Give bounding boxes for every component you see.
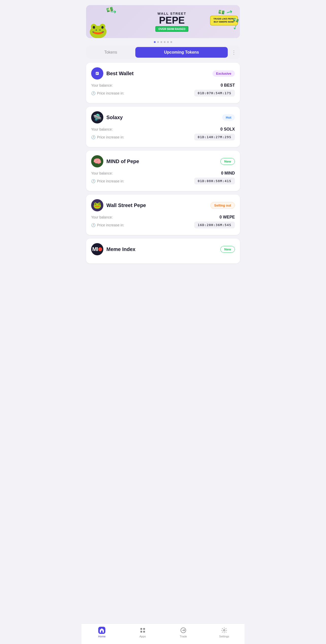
balance-value-mind-pepe: 0 MIND <box>221 171 235 176</box>
tab-upcoming-tokens[interactable]: Upcoming Tokens <box>135 47 228 58</box>
dot-4[interactable] <box>164 41 166 43</box>
dot-3[interactable] <box>160 41 162 43</box>
badge-new-mind: New <box>220 158 235 165</box>
badge-exclusive: Exclusive <box>213 70 235 77</box>
token-card-best-wallet[interactable]: Best Wallet Exclusive Your balance: 0 BE… <box>86 63 240 103</box>
tab-bar: Tokens Upcoming Tokens ⋮ <box>86 46 240 59</box>
badge-new-meme: New <box>220 246 235 253</box>
timer-best-wallet: 01D:07H:54M:17S <box>194 90 235 97</box>
token-icon-meme-index: MI🔴 <box>91 243 103 255</box>
token-header-mind-pepe: 🧠 MIND of Pepe New <box>91 155 235 167</box>
token-card-mind-pepe[interactable]: 🧠 MIND of Pepe New Your balance: 0 MIND … <box>86 151 240 191</box>
badge-hot: Hot <box>222 114 235 121</box>
timer-wall-street-pepe: 16D:20H:36M:54S <box>194 222 235 228</box>
balance-label-mind-pepe: Your balance: <box>91 171 113 175</box>
more-options-button[interactable]: ⋮ <box>229 47 239 57</box>
token-icon-best-wallet <box>91 67 103 80</box>
price-label-wall-street-pepe: 🕐 Price increase in: <box>91 223 124 227</box>
price-label-best-wallet: 🕐 Price increase in: <box>91 91 124 95</box>
balance-label-solaxy: Your balance: <box>91 127 113 131</box>
token-header-wall-street-pepe: 🐸 Wall Street Pepe Selling out <box>91 199 235 211</box>
token-icon-solaxy: 🛸 <box>91 111 103 123</box>
price-label-mind-pepe: 🕐 Price increase in: <box>91 179 124 183</box>
clock-icon-solaxy: 🕐 <box>91 135 95 139</box>
clock-icon-mind-pepe: 🕐 <box>91 179 95 183</box>
token-header-best-wallet: Best Wallet Exclusive <box>91 67 235 80</box>
token-name-wall-street-pepe: Wall Street Pepe <box>106 202 146 208</box>
badge-selling-out: Selling out <box>210 202 235 209</box>
price-label-solaxy: 🕐 Price increase in: <box>91 135 124 139</box>
balance-label-best-wallet: Your balance: <box>91 83 113 87</box>
token-name-meme-index: Meme Index <box>106 246 135 252</box>
token-card-wall-street-pepe[interactable]: 🐸 Wall Street Pepe Selling out Your bala… <box>86 195 240 235</box>
token-list: Best Wallet Exclusive Your balance: 0 BE… <box>86 63 240 289</box>
token-icon-mind-pepe: 🧠 <box>91 155 103 167</box>
timer-solaxy: 01D:14H:27M:29S <box>194 134 235 140</box>
clock-icon-best-wallet: 🕐 <box>91 91 95 95</box>
token-card-meme-index[interactable]: MI🔴 Meme Index New <box>86 239 240 263</box>
svg-rect-1 <box>96 73 98 73</box>
token-card-solaxy[interactable]: 🛸 Solaxy Hot Your balance: 0 SOLX 🕐 Pric… <box>86 107 240 147</box>
promo-banner[interactable]: 🐸 ↘ 💵 WALL STREET PEPE OVER $60M RAISED … <box>86 5 240 38</box>
token-name-mind-pepe: MIND of Pepe <box>106 159 139 164</box>
dot-2[interactable] <box>157 41 159 43</box>
carousel-dots <box>81 41 244 43</box>
svg-rect-2 <box>96 74 97 74</box>
tab-tokens[interactable]: Tokens <box>87 47 134 58</box>
banner-frog-emoji: 🐸 <box>89 23 108 38</box>
token-header-solaxy: 🛸 Solaxy Hot <box>91 111 235 123</box>
token-name-solaxy: Solaxy <box>106 115 123 120</box>
timer-mind-pepe: 01D:08H:58M:41S <box>194 178 235 184</box>
token-name-best-wallet: Best Wallet <box>106 71 134 76</box>
token-header-meme-index: MI🔴 Meme Index New <box>91 243 235 255</box>
dot-5[interactable] <box>167 41 169 43</box>
balance-label-wall-street-pepe: Your balance: <box>91 215 113 219</box>
banner-money-tr: 💵 <box>218 8 225 15</box>
clock-icon-wall-street-pepe: 🕐 <box>91 223 95 227</box>
balance-value-best-wallet: 0 BEST <box>221 83 235 88</box>
balance-value-solaxy: 0 SOLX <box>220 127 235 132</box>
dot-1[interactable] <box>154 41 156 43</box>
token-icon-wall-street-pepe: 🐸 <box>91 199 103 211</box>
balance-value-wall-street-pepe: 0 WEPE <box>220 215 235 219</box>
dot-6[interactable] <box>170 41 172 43</box>
banner-text: WALL STREET PEPE OVER $60M RAISED <box>155 12 188 32</box>
